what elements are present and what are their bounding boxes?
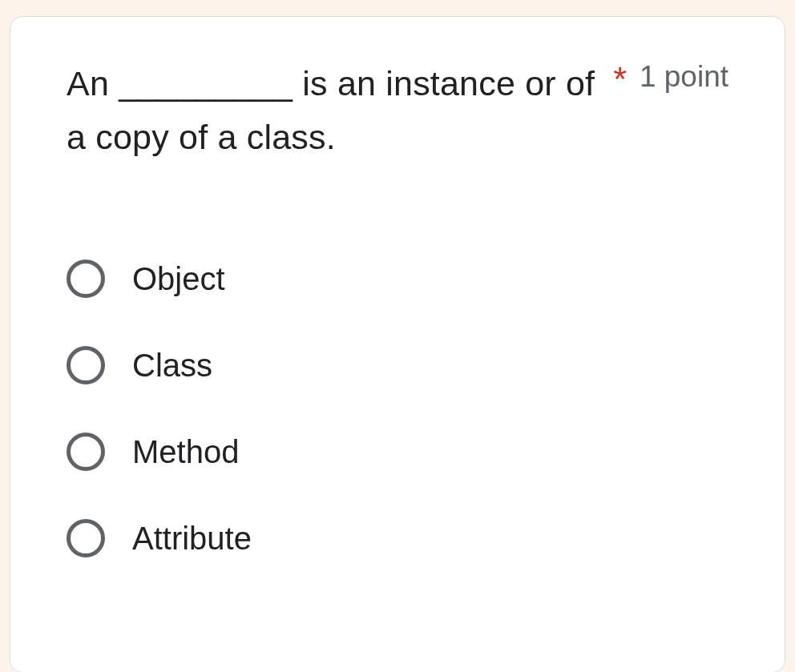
option-label: Class [132, 348, 212, 384]
required-asterisk: * [613, 57, 627, 102]
radio-icon [67, 519, 105, 557]
question-card: An _________ is an instance or of a copy… [10, 16, 785, 672]
question-header: An _________ is an instance or of a copy… [67, 57, 728, 163]
options-list: Object Class Method Attribute [67, 260, 728, 557]
radio-icon [67, 260, 105, 298]
option-label: Attribute [132, 521, 252, 557]
option-object[interactable]: Object [67, 260, 728, 298]
points-label: 1 point [640, 57, 728, 97]
option-class[interactable]: Class [67, 346, 728, 384]
option-attribute[interactable]: Attribute [67, 519, 728, 557]
option-method[interactable]: Method [67, 433, 728, 471]
question-text: An _________ is an instance or of a copy… [67, 64, 595, 156]
question-text-block: An _________ is an instance or of a copy… [67, 57, 597, 163]
radio-icon [67, 433, 105, 471]
radio-icon [67, 346, 105, 384]
option-label: Method [132, 434, 239, 470]
option-label: Object [132, 261, 225, 297]
